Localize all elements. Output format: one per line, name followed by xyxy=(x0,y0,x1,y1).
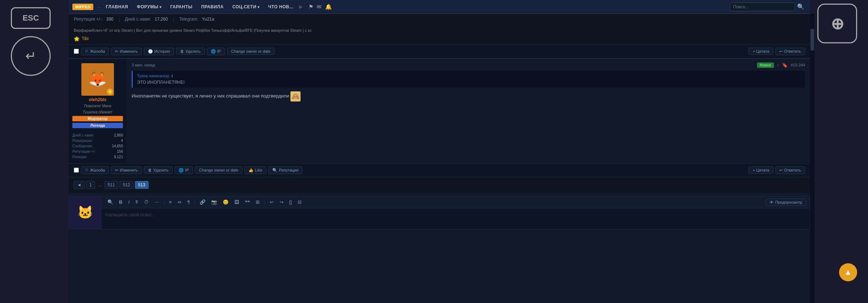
top-history-button[interactable]: 🕐 История xyxy=(144,48,174,55)
main-quote-button[interactable]: + Цитата xyxy=(749,166,773,174)
pagination-1[interactable]: 1 xyxy=(86,181,95,189)
top-report-button[interactable]: ⚐ Жалоба xyxy=(81,48,109,55)
reply-icon-main: ↩ xyxy=(779,168,783,173)
post-meta-bar: Репутация +/-: 390 | Дней с нами: 17,260… xyxy=(69,14,810,24)
like-icon: 👍 xyxy=(248,168,254,173)
toolbar-divider-3: | xyxy=(264,199,265,205)
bookmark-icon[interactable]: 🔖 xyxy=(782,62,788,68)
main-reply-button[interactable]: ↩ Ответить xyxy=(775,166,805,174)
post-number: #10.244 xyxy=(791,63,805,67)
main-edit-button[interactable]: ✏ Изменить xyxy=(111,166,142,174)
nav-more-icon[interactable]: ▶ xyxy=(299,4,303,9)
share-icon[interactable]: ↑ xyxy=(777,62,779,68)
stat-reactions: Реакции: 9,121 xyxy=(72,155,123,159)
editor-list-btn[interactable]: ≡ xyxy=(167,199,174,205)
editor-image-btn[interactable]: 📷 xyxy=(209,199,219,205)
top-post-checkbox[interactable] xyxy=(74,49,79,54)
editor-special-btn[interactable]: ⊟ xyxy=(295,199,304,205)
editor-search-btn[interactable]: 🔍 xyxy=(105,199,115,205)
esc-button[interactable]: ESC xyxy=(11,7,51,29)
navbar-logo-sub: ... xyxy=(98,5,101,9)
search-input[interactable] xyxy=(730,3,795,11)
editor-paragraph-btn[interactable]: ¶ xyxy=(185,199,192,205)
top-quote-button[interactable]: + Цитата xyxy=(749,48,773,55)
post-content: 3 мин. назад Новое ↑ 🔖 #10.244 Tysha нап… xyxy=(127,59,810,163)
editor-content[interactable]: Напишите свой ответ... xyxy=(102,208,810,228)
top-ip-button[interactable]: 🌐 IP xyxy=(207,48,225,55)
editor-time-btn[interactable]: ⏱ xyxy=(142,199,151,205)
main-change-owner-button[interactable]: Change owner or date xyxy=(195,166,242,174)
pagination: ◄ 1 ... 511 512 513 xyxy=(69,177,810,192)
reputation-value: 390 xyxy=(106,17,114,22)
editor-brackets-btn[interactable]: [] xyxy=(287,199,294,205)
bell-icon[interactable]: 🔔 xyxy=(325,4,332,10)
history-icon: 🕐 xyxy=(148,49,153,54)
preview-icon: 👁 xyxy=(770,200,774,204)
editor-strikethrough-btn[interactable]: T xyxy=(133,199,140,205)
pagination-prev[interactable]: ◄ xyxy=(74,181,85,189)
top-delete-button[interactable]: 🗑 Удалить xyxy=(176,48,205,55)
pagination-511[interactable]: 511 xyxy=(105,181,118,189)
quote-text: ЭТО ИНОПЛАНЕТЯНЕ! xyxy=(137,80,801,85)
main-delete-button[interactable]: 🗑 Удалить xyxy=(144,166,173,174)
editor-placeholder: Напишите свой ответ... xyxy=(105,212,155,217)
days-value: 17,260 xyxy=(155,17,168,22)
content-area: Репутация +/-: 390 | Дней с нами: 17,260… xyxy=(69,14,810,303)
back-button[interactable]: ↵ xyxy=(11,36,51,76)
zoom-button[interactable]: ⊕ xyxy=(817,4,857,43)
main-report-button[interactable]: ⚐ Жалоба xyxy=(81,166,109,174)
nav-item-rules[interactable]: ПРАВИЛА xyxy=(197,3,227,11)
navbar-logo[interactable]: MIPPED xyxy=(72,4,93,10)
editor-emoji-btn[interactable]: 😊 xyxy=(221,199,231,205)
top-reply-button[interactable]: ↩ Ответить xyxy=(775,48,805,55)
username[interactable]: oleh2bls xyxy=(89,97,107,102)
nav-item-social[interactable]: СОЦ.СЕТИ xyxy=(229,3,263,11)
thread-title-area: Вирфарм/Ключ-ЧГ от игр Steam | Вот для п… xyxy=(69,24,810,44)
editor-bold-btn[interactable]: B xyxy=(117,199,124,205)
edit-icon: ✏ xyxy=(115,49,118,54)
main-post-action-bar: ⚐ Жалоба ✏ Изменить 🗑 Удалить 🌐 IP Chang… xyxy=(69,163,810,177)
editor-align-btn[interactable]: ⇔ xyxy=(175,199,184,205)
main-reputation-button[interactable]: 🔍 Репутация xyxy=(268,166,302,174)
editor-italic-btn[interactable]: I xyxy=(126,199,132,205)
main-ip-button[interactable]: 🌐 IP xyxy=(175,166,193,174)
editor-media-btn[interactable]: 🖼 xyxy=(232,199,241,205)
ip-icon-main: 🌐 xyxy=(179,168,184,173)
mail-icon[interactable]: ✉ xyxy=(317,4,322,10)
days-label: Дней с нами: xyxy=(125,17,151,22)
author-name-top[interactable]: Tibi xyxy=(82,36,89,41)
user-avatar: 🦊 ⭐ xyxy=(81,63,114,96)
pagination-513[interactable]: 513 xyxy=(135,181,149,189)
nav-item-main[interactable]: ГЛАВНАЯ xyxy=(102,3,132,11)
quote-info-icon: ℹ xyxy=(171,74,173,78)
post-time: 3 мин. назад xyxy=(132,63,155,67)
preview-button[interactable]: 👁 Предпросмотр xyxy=(766,199,806,206)
pagination-ellipsis: ... xyxy=(97,182,103,187)
quote-author: Tysha написал(а): ℹ xyxy=(137,74,801,78)
scroll-indicator[interactable]: ▲ xyxy=(839,263,857,281)
editor-undo-btn[interactable]: ↩ xyxy=(268,199,276,205)
nav-item-news[interactable]: ЧТО НОВ... xyxy=(265,3,297,11)
top-edit-button[interactable]: ✏ Изменить xyxy=(111,48,142,55)
delete-icon: 🗑 xyxy=(180,49,184,53)
nav-item-guarantees[interactable]: ГАРАНТЫ xyxy=(167,3,196,11)
editor-redo-btn[interactable]: ↪ xyxy=(277,199,286,205)
telegram-label: Telegram: xyxy=(179,17,199,22)
search-button[interactable]: 🔍 xyxy=(795,2,807,12)
post-top-actions: Новое ↑ 🔖 #10.244 xyxy=(757,62,805,68)
thread-title: Вирфарм/Ключ-ЧГ от игр Steam | Вот для п… xyxy=(74,27,805,34)
nav-item-forums[interactable]: ФОРУМЫ xyxy=(133,3,165,11)
post-emoji: 🙈 xyxy=(290,91,301,101)
editor-link-btn[interactable]: 🔗 xyxy=(197,199,208,205)
flag-icon[interactable]: ⚑ xyxy=(309,4,313,10)
main-post-checkbox[interactable] xyxy=(74,168,79,173)
report-icon: ⚐ xyxy=(85,49,89,54)
pagination-512[interactable]: 512 xyxy=(120,181,133,189)
main-like-button[interactable]: 👍 Like xyxy=(244,166,266,174)
editor-more-btn[interactable]: ⋯ xyxy=(152,199,161,205)
editor-quote-btn[interactable]: ❝❝ xyxy=(243,199,252,205)
top-change-owner-button[interactable]: Change owner or date xyxy=(227,48,275,55)
nav-icons: ⚑ ✉ 🔔 xyxy=(309,4,332,10)
reply-icon: ↩ xyxy=(779,49,783,54)
editor-grid-btn[interactable]: ⊞ xyxy=(254,199,262,205)
